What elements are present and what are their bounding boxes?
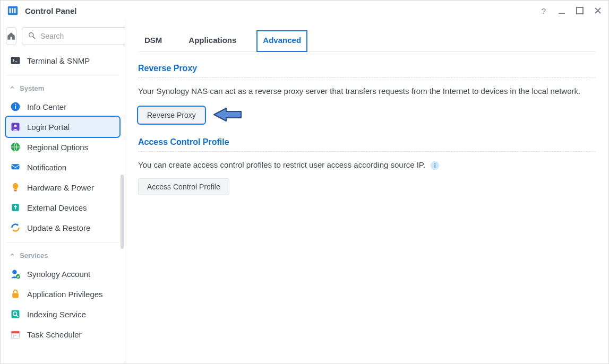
sidebar-item-label: Terminal & SNMP — [27, 56, 90, 65]
chevron-up-icon — [9, 252, 15, 259]
sidebar-item-label: Update & Restore — [27, 223, 90, 232]
chevron-up-icon — [9, 84, 15, 92]
notification-icon — [10, 162, 21, 172]
refresh-icon — [10, 222, 21, 233]
sidebar-item-notification[interactable]: Notification — [6, 157, 119, 177]
calendar-icon — [10, 329, 21, 340]
info-badge-icon[interactable]: i — [431, 161, 439, 170]
sidebar-item-label: Login Portal — [27, 123, 70, 132]
info-icon — [10, 101, 21, 112]
sidebar-item-info-center[interactable]: Info Center — [6, 97, 119, 117]
divider — [6, 75, 119, 75]
svg-rect-28 — [15, 335, 16, 336]
tab-advanced[interactable]: Advanced — [256, 30, 307, 52]
section-title: Access Control Profile — [138, 137, 596, 147]
section-desc: Your Synology NAS can act as a reverse p… — [138, 85, 596, 98]
app-icon — [7, 5, 19, 16]
close-icon[interactable] — [594, 6, 602, 15]
sidebar-item-label: Synology Account — [27, 270, 90, 279]
svg-rect-17 — [14, 190, 17, 192]
sidebar-item-regional-options[interactable]: Regional Options — [6, 137, 119, 157]
divider — [6, 242, 119, 242]
svg-point-20 — [16, 274, 20, 279]
scrollbar-thumb[interactable] — [121, 175, 124, 249]
svg-rect-3 — [14, 8, 16, 13]
maximize-icon[interactable] — [576, 6, 584, 15]
svg-point-14 — [14, 125, 17, 127]
svg-rect-11 — [15, 106, 16, 109]
sidebar-item-task-scheduler[interactable]: Task Scheduler — [6, 324, 119, 344]
divider-dashed — [138, 77, 596, 78]
search-icon — [28, 31, 36, 41]
sidebar-item-indexing-service[interactable]: Indexing Service — [6, 304, 119, 324]
sidebar-item-synology-account[interactable]: Synology Account — [6, 264, 119, 284]
sidebar-item-hardware-power[interactable]: Hardware & Power — [6, 177, 119, 197]
sidebar-item-label: Hardware & Power — [27, 183, 94, 192]
sidebar-group-system[interactable]: System — [6, 80, 119, 97]
svg-rect-22 — [12, 310, 20, 318]
devices-icon — [10, 202, 21, 213]
sidebar-group-label: Services — [20, 252, 48, 259]
sidebar-item-terminal-snmp[interactable]: Terminal & SNMP — [6, 50, 119, 71]
sidebar-item-label: Application Privileges — [27, 290, 103, 299]
sidebar-item-label: Indexing Service — [27, 310, 86, 319]
sidebar-group-services[interactable]: Services — [6, 247, 119, 264]
portal-icon — [10, 122, 21, 132]
sidebar-item-application-privileges[interactable]: Application Privileges — [6, 284, 119, 304]
svg-rect-26 — [12, 331, 20, 333]
section-reverse-proxy: Reverse Proxy Your Synology NAS can act … — [138, 64, 596, 126]
svg-point-12 — [15, 104, 16, 105]
minimize-icon[interactable] — [557, 6, 566, 15]
section-access-control-profile: Access Control Profile You can create ac… — [138, 137, 596, 196]
svg-rect-2 — [12, 8, 13, 13]
svg-point-6 — [29, 32, 33, 37]
sidebar-item-label: Notification — [27, 163, 66, 172]
tab-applications[interactable]: Applications — [182, 30, 243, 52]
search-input[interactable] — [40, 32, 125, 40]
lock-icon — [10, 289, 21, 299]
main-content: DSM Applications Advanced Reverse Proxy … — [125, 21, 608, 363]
tab-dsm[interactable]: DSM — [138, 30, 168, 52]
svg-rect-16 — [12, 164, 20, 169]
tab-bar: DSM Applications Advanced — [138, 21, 596, 52]
help-icon[interactable]: ? — [539, 6, 548, 15]
account-icon — [10, 268, 21, 279]
svg-rect-21 — [12, 293, 19, 298]
svg-rect-1 — [10, 8, 11, 13]
svg-rect-29 — [13, 336, 14, 337]
section-desc: You can create access control profiles t… — [138, 159, 596, 171]
sidebar-item-label: External Devices — [27, 203, 87, 212]
sidebar-item-login-portal[interactable]: Login Portal — [6, 117, 119, 137]
section-title: Reverse Proxy — [138, 64, 596, 73]
sidebar-item-external-devices[interactable]: External Devices — [6, 197, 119, 218]
window-title: Control Panel — [25, 6, 77, 15]
terminal-icon — [10, 55, 21, 66]
sidebar-item-label: Regional Options — [27, 143, 88, 152]
divider-dashed — [138, 151, 596, 152]
svg-point-19 — [12, 270, 16, 274]
svg-rect-4 — [559, 13, 565, 14]
home-button[interactable] — [6, 27, 16, 45]
bulb-icon — [10, 182, 21, 193]
sidebar-group-label: System — [20, 84, 44, 92]
globe-icon — [10, 142, 21, 152]
sidebar-item-label: Info Center — [27, 102, 66, 111]
svg-rect-5 — [577, 7, 583, 14]
sidebar-item-update-restore[interactable]: Update & Restore — [6, 218, 119, 238]
svg-line-7 — [33, 37, 35, 39]
access-control-profile-button[interactable]: Access Control Profile — [138, 178, 229, 195]
index-icon — [10, 309, 21, 319]
svg-rect-8 — [11, 57, 20, 64]
reverse-proxy-button[interactable]: Reverse Proxy — [138, 107, 205, 124]
search-input-wrap[interactable] — [22, 27, 125, 45]
sidebar: Terminal & SNMP System Info Center Login… — [1, 21, 125, 363]
arrow-annotation-icon — [211, 105, 244, 126]
sidebar-item-label: Task Scheduler — [27, 330, 82, 339]
titlebar: Control Panel ? — [1, 1, 608, 21]
svg-rect-27 — [13, 335, 14, 336]
